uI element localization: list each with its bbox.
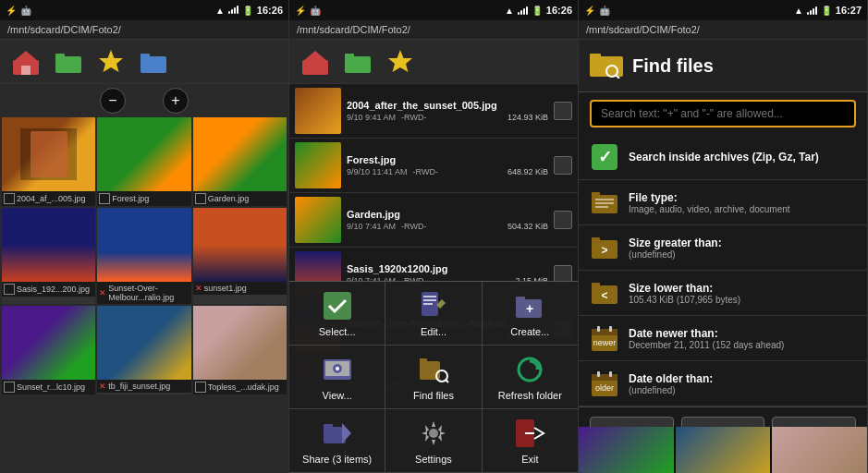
svg-rect-38 [590,54,601,59]
time-3: 16:27 [836,5,862,16]
context-menu-share[interactable]: Share (3 items) [289,409,385,472]
option-date-older[interactable]: older Date older than: (undefined) [579,361,867,406]
reset-button[interactable]: Reset [681,417,765,427]
context-menu-exit[interactable]: Exit [483,409,578,472]
svg-rect-59 [597,371,600,377]
grid-checkbox-4[interactable] [4,284,15,295]
zoom-in-button[interactable]: + [163,88,189,114]
grid-label-8: ✕ tb_fiji_sunset.jpg [97,380,190,393]
find-title: Find files [632,55,714,77]
context-menu-refresh[interactable]: Refresh folder [483,346,578,408]
wifi-icon-2: ▲ [505,6,514,16]
cancel-button[interactable]: Cancel [772,417,856,427]
x-mark-6: ✕ [195,284,202,293]
thumb-2 [295,142,341,188]
list-item-1[interactable]: 2004_after_the_sunset_005.jpg 9/10 9:41 … [289,84,578,139]
svg-marker-33 [342,423,351,443]
grid-item-6[interactable]: ✕ sunset1.jpg [193,208,287,304]
grid-item-2[interactable]: Forest.jpg [97,117,190,206]
option-archives[interactable]: ✓ Search inside archives (Zip, Gz, Tar) [579,135,867,180]
grid-item-4[interactable]: Sasis_192...200.jpg [2,208,95,304]
grid-checkbox-9[interactable] [195,382,206,393]
option-filetype[interactable]: File type: Image, audio, video, archive,… [579,180,867,225]
findfiles-icon [417,353,450,386]
time-1: 16:26 [257,5,283,16]
grid-checkbox-7[interactable] [4,382,15,393]
grid-label-1: 2004_af_...005.jpg [2,191,95,206]
svg-marker-12 [388,50,412,72]
grid-item-8[interactable]: ✕ tb_fiji_sunset.jpg [97,306,190,394]
status-right-1: ▲ 🔋 16:26 [215,5,283,16]
grid-checkbox-1[interactable] [4,193,15,204]
grid-item-7[interactable]: Sunset_r...lc10.jpg [2,306,95,394]
signal-icon-3 [807,6,817,15]
refresh-icon [513,353,546,386]
context-menu-select[interactable]: Select... [289,282,385,345]
svg-rect-2 [21,66,31,75]
grid-label-3: Garden.jpg [193,191,287,206]
home-button-1[interactable] [7,43,44,80]
zoom-out-button[interactable]: − [100,88,126,114]
list-item-3[interactable]: Garden.jpg 9/10 7:41 AM -RWD- 504.32 KiB [289,193,578,248]
settings-icon [417,417,450,450]
breadcrumb-1: /mnt/sdcard/DCIM/Foto2/ [0,20,288,40]
folder-green-button-2[interactable] [339,43,376,80]
list-checkbox-2[interactable] [554,156,572,175]
option-size-lower[interactable]: < Size lower than: 105.43 KiB (107,965 b… [579,271,867,316]
status-bar-3: ⚡ 🤖 ▲ 🔋 16:27 [579,0,867,20]
usb-icon-2: ⚡ [295,6,306,16]
context-menu-edit[interactable]: Edit... [385,282,482,345]
svg-rect-47 [592,237,600,242]
search-input[interactable] [590,100,856,127]
grid-item-3[interactable]: Garden.jpg [193,117,287,206]
option-size-greater[interactable]: > Size greater than: (undefined) [579,225,867,271]
context-menu-settings[interactable]: Settings [385,409,482,472]
svg-line-28 [446,380,448,382]
status-icons-left-2: ⚡ 🤖 [295,6,321,16]
grid-label-6: ✕ sunset1.jpg [193,282,287,295]
star-button-1[interactable] [92,43,129,80]
list-info-1: 2004_after_the_sunset_005.jpg 9/10 9:41 … [347,100,548,122]
folder-green-button-1[interactable] [50,43,87,80]
option-date-newer[interactable]: newer Date newer than: December 21, 2011… [579,316,867,361]
signal-icon-1 [228,5,238,16]
svg-rect-4 [55,54,65,58]
svg-rect-10 [345,56,371,73]
size-greater-icon: > [590,233,619,262]
svg-rect-19 [516,297,525,301]
svg-marker-1 [13,51,39,62]
grid-checkbox-2[interactable] [99,193,110,204]
context-menu-row-1: Select... Edit... [289,282,578,346]
date-newer-icon: newer [590,323,619,353]
svg-rect-6 [141,56,166,73]
star-button-2[interactable] [382,43,419,80]
signal-icon-2 [518,6,528,15]
share-icon [321,417,354,450]
panel3-find: ⚡ 🤖 ▲ 🔋 16:27 /mnt/sdcard/DCIM/Foto2/ [579,0,868,473]
status-icons-left-3: ⚡ 🤖 [584,6,610,16]
list-checkbox-1[interactable] [554,102,572,120]
create-icon: + [513,289,546,322]
list-item-2[interactable]: Forest.jpg 9/9/10 11:41 AM -RWD- 648.92 … [289,139,578,193]
svg-rect-15 [423,296,436,297]
context-menu-findfiles[interactable]: Find files [385,346,482,408]
bottom-thumbnail-strip [579,427,867,473]
context-menu-view[interactable]: View... [289,346,385,408]
list-checkbox-3[interactable] [554,211,572,229]
folder-blue-button-1[interactable] [135,43,172,80]
battery-icon-3: 🔋 [821,6,832,16]
svg-rect-55 [609,326,612,332]
find-folder-icon [590,49,623,82]
grid-item-1[interactable]: 2004_af_...005.jpg [2,117,95,206]
grid-item-5[interactable]: ✕ Sunset-Over-Melbour...ralio.jpg [97,208,190,304]
context-menu-create[interactable]: + Create... [483,282,578,345]
find-button[interactable]: Find [590,417,674,427]
home-button-2[interactable] [297,43,334,80]
thumb-3 [295,197,341,243]
svg-rect-43 [595,199,614,200]
file-grid[interactable]: − + 2004_af_...005.jpg Fo [0,84,288,473]
grid-item-9[interactable]: Topless_...udak.jpg [193,306,287,394]
grid-checkbox-3[interactable] [195,193,206,204]
view-icon [321,353,354,386]
time-2: 16:26 [546,5,572,16]
